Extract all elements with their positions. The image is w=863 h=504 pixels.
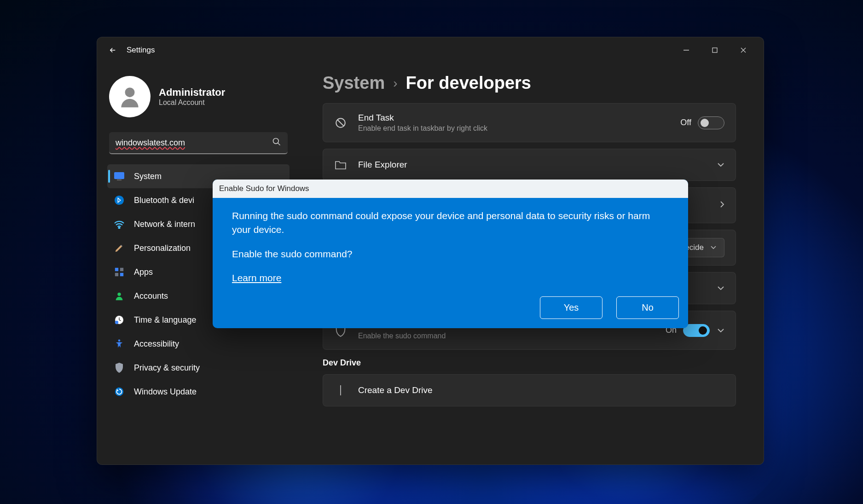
avatar [109, 76, 151, 117]
apps-icon [114, 266, 125, 278]
svg-point-2 [273, 139, 279, 144]
user-name: Administrator [159, 87, 225, 98]
nav-label: Accounts [134, 291, 168, 301]
toggle-label: Off [680, 118, 691, 127]
dialog-title: Enable Sudo for Windows [213, 180, 688, 198]
chevron-down-icon [717, 161, 724, 169]
shield-icon [114, 362, 125, 373]
svg-point-1 [125, 87, 135, 97]
no-button[interactable]: No [616, 296, 679, 319]
svg-rect-7 [115, 268, 118, 271]
nav-label: Accessibility [134, 339, 179, 349]
nav-item-accessibility[interactable]: Accessibility [107, 332, 290, 356]
end-task-toggle[interactable] [698, 116, 724, 129]
nav-label: Privacy & security [134, 363, 200, 373]
card-title: File Explorer [358, 160, 706, 170]
folder-icon [334, 158, 347, 171]
nav-label: Network & intern [134, 220, 195, 229]
user-profile[interactable]: Administrator Local Account [107, 71, 290, 128]
search-icon[interactable] [272, 137, 281, 148]
nav-label: Time & language [134, 315, 196, 325]
card-subtitle: Enable the sudo command [358, 332, 654, 340]
maximize-button[interactable] [701, 41, 729, 59]
breadcrumb-current: For developers [406, 73, 531, 93]
person-icon [114, 290, 125, 301]
card-create-dev-drive[interactable]: Create a Dev Drive [323, 374, 736, 406]
svg-point-6 [119, 227, 120, 229]
chevron-right-icon: › [393, 76, 397, 91]
drive-icon [334, 384, 347, 397]
accessibility-icon [114, 338, 125, 349]
svg-rect-8 [120, 268, 123, 271]
close-button[interactable] [730, 41, 757, 59]
dialog-body-text-1: Running the sudo command could expose yo… [232, 209, 669, 237]
dev-drive-heading: Dev Drive [323, 358, 736, 368]
nav-item-privacy[interactable]: Privacy & security [107, 356, 290, 380]
svg-rect-0 [712, 48, 717, 52]
search-input[interactable]: windowslatest.com [116, 138, 272, 148]
nav-label: Bluetooth & devi [134, 196, 194, 205]
system-icon [114, 171, 125, 182]
svg-point-5 [115, 196, 124, 205]
card-end-task[interactable]: End Task Enable end task in taskbar by r… [323, 103, 736, 142]
svg-point-15 [118, 339, 121, 342]
titlebar: Settings [97, 37, 764, 63]
back-button[interactable] [104, 41, 122, 59]
svg-point-11 [117, 293, 121, 296]
sudo-dialog: Enable Sudo for Windows Running the sudo… [213, 180, 688, 328]
breadcrumb: System › For developers [323, 73, 736, 93]
card-subtitle: Enable end task in taskbar by right clic… [358, 124, 669, 133]
svg-rect-4 [117, 180, 122, 180]
minimize-button[interactable] [672, 41, 700, 59]
svg-rect-3 [114, 172, 124, 179]
search-box[interactable]: windowslatest.com [109, 132, 288, 154]
card-file-explorer[interactable]: File Explorer [323, 149, 736, 181]
nav-label: Apps [134, 267, 153, 277]
breadcrumb-parent[interactable]: System [323, 73, 385, 93]
window-title: Settings [127, 46, 155, 55]
chevron-right-icon [720, 201, 724, 210]
dialog-body-text-2: Enable the sudo command? [232, 247, 669, 261]
svg-rect-10 [120, 273, 123, 276]
svg-point-14 [115, 321, 118, 324]
nav-label: Personalization [134, 243, 191, 253]
nav-label: System [134, 172, 162, 181]
bluetooth-icon [114, 195, 125, 206]
svg-rect-9 [115, 273, 118, 276]
update-icon [114, 386, 125, 397]
chevron-down-icon [717, 284, 724, 292]
card-title: Create a Dev Drive [358, 385, 724, 395]
card-title: End Task [358, 113, 669, 123]
nav-label: Windows Update [134, 387, 197, 397]
wifi-icon [114, 219, 125, 230]
user-account-type: Local Account [159, 98, 225, 107]
yes-button[interactable]: Yes [540, 296, 602, 319]
prohibit-icon [334, 116, 347, 129]
chevron-down-icon [717, 326, 724, 335]
learn-more-link[interactable]: Learn more [232, 272, 281, 283]
clock-icon [114, 314, 125, 325]
nav-item-update[interactable]: Windows Update [107, 380, 290, 404]
brush-icon [114, 243, 125, 254]
